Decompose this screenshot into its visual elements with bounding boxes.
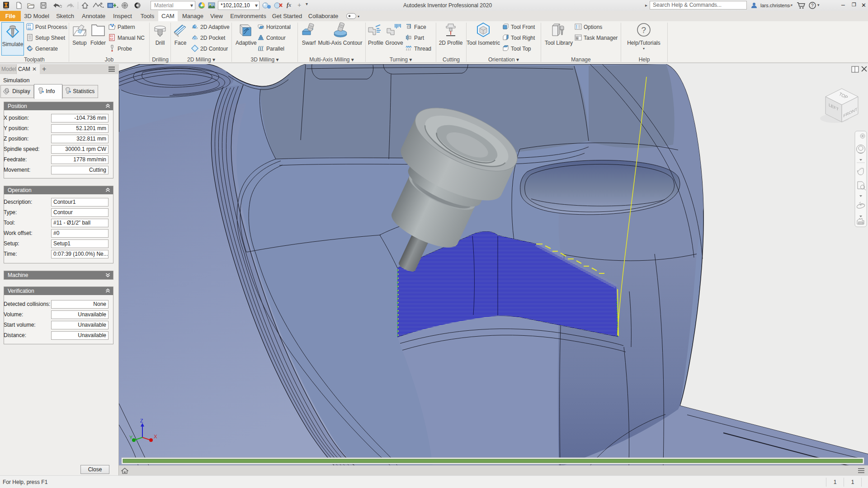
svg-text:Z: Z — [140, 418, 143, 423]
svg-text:Y: Y — [129, 435, 133, 440]
svg-text:%: % — [576, 38, 578, 40]
svg-text:?: ? — [811, 3, 814, 8]
svg-text:?: ? — [642, 25, 646, 35]
svg-text:G1: G1 — [28, 24, 31, 27]
svg-text:PRO: PRO — [4, 8, 8, 10]
svg-text:G2: G2 — [110, 38, 113, 40]
svg-text:X: X — [154, 434, 157, 439]
svg-text:G2: G2 — [28, 27, 31, 30]
